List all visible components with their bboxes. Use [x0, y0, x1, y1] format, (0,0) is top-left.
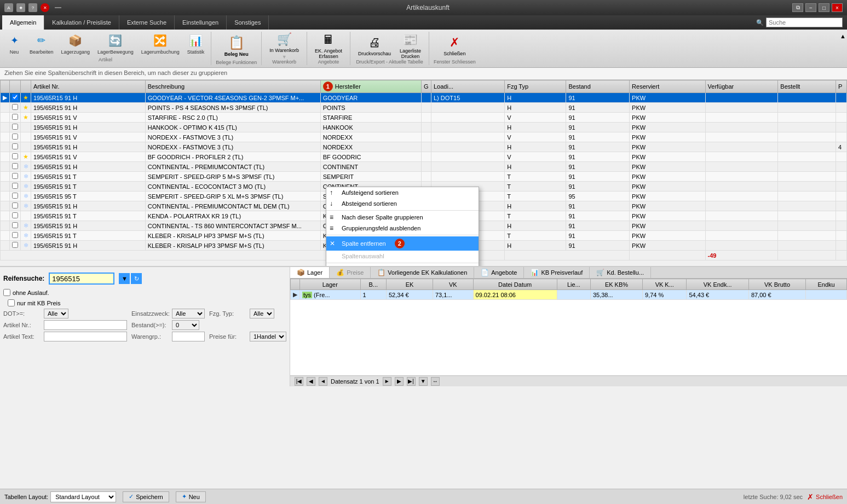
layout-select[interactable]: Standard Layout	[50, 491, 116, 502]
reife-refresh-btn[interactable]: ↻	[131, 273, 142, 284]
einsatzzweck-select[interactable]: Alle	[172, 309, 205, 318]
artikel-text-input[interactable]	[44, 332, 127, 341]
footer-new-button[interactable]: ✦ Neu	[176, 491, 206, 502]
maximize-btn[interactable]: □	[819, 3, 829, 12]
table-row[interactable]: 195/65R15 91 H HANKOOK - OPTIMO K 415 (T…	[1, 123, 847, 132]
tab-preise[interactable]: 💰 Preise	[330, 267, 371, 278]
ek-angebot-button[interactable]: 🖩 EK. AngebotErfassen	[312, 33, 345, 59]
lagerliste-button[interactable]: 📰 LagerlisteDrucken	[396, 33, 424, 59]
table-row[interactable]: ★ 195/65R15 91 H POINTS - PS 4 SEASONS M…	[1, 103, 847, 113]
ohne-auslauf-check[interactable]	[3, 289, 10, 296]
tab-kd-bestell[interactable]: 🛒 Kd. Bestellu...	[590, 267, 651, 278]
row-p	[836, 93, 847, 103]
col-p-header[interactable]: P	[836, 80, 847, 93]
druckvorschau-button[interactable]: 🖨 Druckvorschau	[355, 33, 394, 59]
artikel-nr-input[interactable]	[44, 320, 127, 330]
table-row[interactable]: 195/65R15 91 H NORDEXX - FASTMOVE 3 (TL)…	[1, 142, 847, 152]
sub-col-ek-kb[interactable]: EK KB%	[590, 279, 642, 290]
tab-angebote[interactable]: 📄 Angebote	[474, 267, 524, 278]
tab-externe-suche[interactable]: Externe Suche	[119, 15, 175, 30]
footer-save-button[interactable]: ✓ Speichern	[123, 491, 169, 502]
statistik-button[interactable]: 📊 Statistik	[184, 32, 208, 56]
sub-nav-prev2[interactable]: ◄	[319, 377, 327, 386]
sub-col-lager[interactable]: Lager	[300, 279, 361, 290]
minimize-btn[interactable]: −	[805, 3, 816, 12]
search-input[interactable]	[766, 18, 843, 27]
bearbeiten-button[interactable]: ✏ Bearbeiten	[26, 32, 57, 56]
bearbeiten-label: Bearbeiten	[30, 49, 54, 55]
sub-col-endku[interactable]: Endku	[806, 279, 847, 290]
close-btn[interactable]: ×	[832, 3, 843, 12]
sub-col-b[interactable]: B...	[360, 279, 386, 290]
ctx-sort-asc[interactable]: ↑ Aufsteigend sortieren	[326, 187, 479, 198]
sub-nav-first[interactable]: |◀	[295, 377, 303, 386]
tab-allgemein[interactable]: Allgemein	[2, 15, 44, 30]
col-beschreibung-header[interactable]: Beschreibung	[145, 80, 320, 93]
group-bar-text: Ziehen Sie eine Spaltenüberschrift in di…	[4, 69, 227, 76]
neu-button[interactable]: ✦ Neu	[3, 32, 25, 56]
toolbar-expand[interactable]: ▲	[839, 32, 847, 65]
tab-einstellungen[interactable]: Einstellungen	[175, 15, 227, 30]
table-row[interactable]: 195/65R15 91 V NORDEXX - FASTMOVE 3 (TL)…	[1, 132, 847, 142]
fzg-typ-select[interactable]: Alle	[250, 309, 274, 318]
col-verfugbar-header[interactable]: Verfügbar	[705, 80, 778, 93]
ctx-remove-col[interactable]: ✕ Spalte entfernen 2	[326, 236, 479, 251]
tab-ek-kalk[interactable]: 📋 Vorliegende EK Kalkulationen	[371, 267, 474, 278]
tab-kb-preis[interactable]: 📊 KB Preisverlauf	[524, 267, 590, 278]
ctx-optimal-width[interactable]: ✳ Optimale Spaltenbreite	[326, 264, 479, 266]
sub-filter-btn[interactable]: ▼	[419, 377, 428, 386]
bestand-select[interactable]: 0	[172, 320, 199, 330]
sub-nav-next[interactable]: ▶	[395, 377, 404, 386]
col-check-header	[10, 80, 21, 93]
sub-col-lie[interactable]: Lie...	[557, 279, 590, 290]
col-fzg-header[interactable]: Fzg Typ	[505, 80, 566, 93]
ctx-sort-desc[interactable]: ↓ Absteigend sortieren	[326, 198, 479, 209]
menu-bar: Allgemein Kalkulation / Preisliste Exter…	[0, 15, 847, 30]
sub-nav-last[interactable]: ▶|	[407, 377, 416, 386]
lagerumbuchung-button[interactable]: 🔀 Lagerumbuchung	[138, 32, 183, 56]
sub-col-vk[interactable]: VK	[433, 279, 473, 290]
lagerzugang-button[interactable]: 📦 Lagerzugang	[58, 32, 94, 56]
col-bestand-header[interactable]: Bestand	[566, 80, 630, 93]
ctx-hide-group[interactable]: ≡ Gruppierungsfeld ausblenden	[326, 223, 479, 234]
nur-kb-check[interactable]	[8, 299, 15, 306]
sub-col-ek[interactable]: EK	[386, 279, 433, 290]
tab-kalkulation[interactable]: Kalkulation / Preisliste	[44, 15, 119, 30]
sub-scroll-btn[interactable]: ↔	[431, 377, 440, 386]
ctx-group-col[interactable]: ≡ Nach dieser Spalte gruppieren	[326, 212, 479, 223]
beleg-neu-icon: 📋	[228, 35, 245, 50]
reife-search-input[interactable]	[49, 273, 114, 285]
footer-close-button[interactable]: ✗ Schließen	[807, 493, 843, 501]
col-loading-header[interactable]: Loadi...	[431, 80, 504, 93]
col-artikel-header[interactable]: Artikel Nr.	[31, 80, 146, 93]
lagerbewegung-button[interactable]: 🔄 LagerBewegung	[94, 32, 137, 56]
warenkorb-button[interactable]: 🛒 In Warenkorb ▼	[266, 33, 302, 59]
sub-col-vk-endk[interactable]: VK Endk...	[687, 279, 748, 290]
restore-btn[interactable]: ⧉	[792, 3, 803, 12]
tab-lager[interactable]: 📦 Lager	[290, 267, 330, 278]
sub-col-datum[interactable]: Datei Datum	[473, 279, 557, 290]
table-row[interactable]: ❄ 195/65R15 91 H CONTINENTAL - PREMIUMCO…	[1, 162, 847, 172]
table-row[interactable]: ▶ ★ 195/65R15 91 H GOODYEAR - VECTOR 4SE…	[1, 93, 847, 103]
table-row[interactable]: ❄ 195/65R15 91 T SEMPERIT - SPEED-GRIP 5…	[1, 172, 847, 182]
tab-sonstiges[interactable]: Sonstiges	[227, 15, 269, 30]
dot-select[interactable]: Alle	[44, 309, 68, 318]
schliessen-toolbar-button[interactable]: ✗ Schließen	[440, 33, 469, 59]
sub-nav-prev[interactable]: ◀	[307, 377, 315, 386]
sub-col-vk-k[interactable]: VK K...	[643, 279, 687, 290]
sub-col-vk-brutto[interactable]: VK Brutto	[748, 279, 805, 290]
beleg-neu-button[interactable]: 📋 Beleg Neu	[219, 32, 254, 60]
preise-select[interactable]: 1Handel	[250, 332, 286, 341]
table-row[interactable]: ★ 195/65R15 91 V STARFIRE - RSC 2.0 (TL)…	[1, 113, 847, 123]
sub-nav-next2[interactable]: ►	[383, 377, 391, 386]
col-g-header[interactable]: G	[421, 80, 431, 93]
sub-table-row[interactable]: ▶ tys (Fre... 1 52,34 € 73,1... 09.02.21…	[291, 290, 847, 300]
reife-down-btn[interactable]: ▼	[119, 273, 130, 284]
row-check[interactable]	[10, 93, 21, 103]
lager-tag: tys	[302, 292, 312, 298]
warengrp-input[interactable]	[172, 332, 205, 341]
col-reserviert-header[interactable]: Reserviert	[630, 80, 705, 93]
col-hersteller-header[interactable]: 1Hersteller	[320, 80, 421, 93]
table-row[interactable]: ★ 195/65R15 91 V BF GOODRICH - PROFILER …	[1, 152, 847, 162]
col-bestellt-header[interactable]: Bestellt	[778, 80, 836, 93]
